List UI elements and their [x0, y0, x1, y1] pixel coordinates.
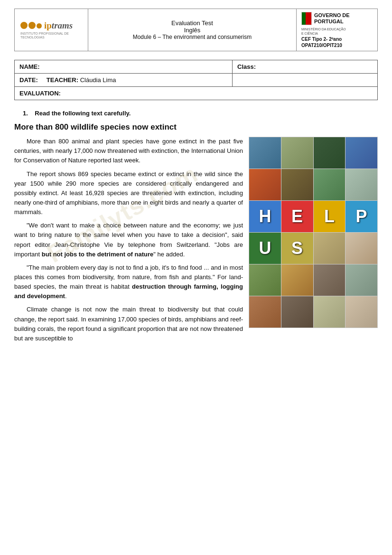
instruction-text: Read the following text carefully. — [35, 110, 131, 117]
cef-label: CEF Tipo 2- 2ºano — [301, 37, 342, 42]
article-title: More than 800 wildlife species now extin… — [14, 122, 378, 132]
article-body: H E L P U S — [14, 137, 378, 347]
wildlife-image: H E L P U S — [249, 137, 378, 328]
opat-label: OPAT210/OPIT210 — [301, 43, 342, 48]
gov-name: GOVERNO DE PORTUGAL — [314, 12, 350, 25]
portugal-logo: GOVERNO DE PORTUGAL — [301, 12, 350, 25]
date-cell: DATE: TEACHER: Cláudia Lima — [15, 74, 233, 87]
logo-section: iptrams INSTITUTO PROFISSIONAL DE TECNOL… — [15, 9, 88, 51]
header-right: GOVERNO DE PORTUGAL MINISTÉRIO DA EDUCAÇ… — [297, 9, 377, 51]
teacher-cell — [233, 74, 378, 87]
instruction-number: 1. — [23, 110, 28, 117]
portugal-flag — [301, 12, 312, 25]
logo-subtext: INSTITUTO PROFISSIONAL DE TECNOLOGIAS — [20, 32, 82, 40]
logo-ip: ip — [44, 20, 52, 30]
logo-circle-2 — [28, 22, 36, 29]
ministry-label: MINISTÉRIO DA EDUCAÇÃO E CIÊNCIA — [301, 27, 346, 36]
logo-trams: trams — [52, 20, 73, 30]
name-cell: NAME: — [15, 60, 233, 74]
info-table: NAME: Class: DATE: TEACHER: Cláudia Lima… — [14, 60, 378, 100]
header: iptrams INSTITUTO PROFISSIONAL DE TECNOL… — [14, 9, 378, 51]
instruction: 1. Read the following text carefully. — [14, 110, 378, 117]
logo-circle-3 — [37, 23, 42, 28]
logo-circle-1 — [20, 22, 28, 29]
class-cell: Class: — [233, 60, 378, 74]
header-center: Evaluation Test Inglês Module 6 – The en… — [88, 9, 297, 51]
subject: Inglês — [184, 27, 201, 34]
eval-cell: EVALUATION: — [15, 87, 378, 100]
eval-title: Evaluation Test — [171, 19, 213, 27]
module-label: Module 6 – The environment and consumeri… — [133, 34, 252, 40]
